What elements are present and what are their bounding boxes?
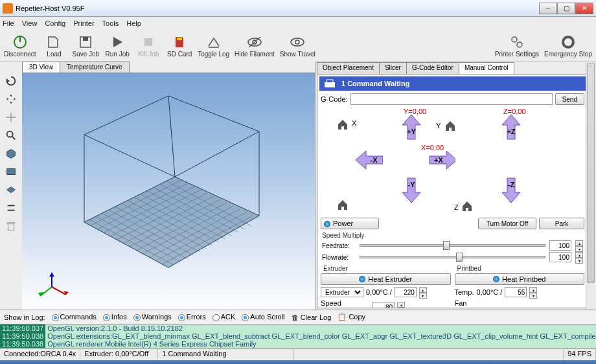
show-in-log-label: Show in Log: — [4, 313, 45, 321]
toggle-log-button[interactable]: Toggle Log — [198, 34, 229, 58]
bed-target[interactable] — [505, 287, 527, 297]
move-view-icon[interactable] — [4, 92, 18, 106]
printer-icon — [323, 78, 336, 89]
bed-target-spinner[interactable]: ▴▾ — [529, 287, 537, 297]
filter-warnings[interactable]: Warnings — [133, 313, 172, 321]
autoscroll-toggle[interactable]: Auto Scroll — [242, 313, 284, 321]
tab-manual-control[interactable]: Manual Control — [459, 62, 514, 74]
zoom-icon[interactable] — [4, 128, 18, 142]
minus-y-button[interactable]: -Y — [397, 180, 426, 199]
feedrate-slider[interactable] — [360, 241, 545, 250]
show-travel-button[interactable]: Show Travel — [280, 34, 315, 58]
svg-text:-Y: -Y — [408, 181, 416, 188]
menu-tools[interactable]: Tools — [102, 19, 119, 27]
move-object-icon[interactable] — [4, 110, 18, 124]
flowrate-slider[interactable] — [360, 253, 545, 262]
tab-slicer[interactable]: Slicer — [379, 62, 407, 74]
isometric-view-icon[interactable] — [4, 146, 18, 161]
right-scrollbar[interactable] — [586, 62, 596, 310]
menu-printer[interactable]: Printer — [73, 19, 94, 27]
bed-temp-label: Temp. — [455, 288, 474, 296]
log-filter-bar: Show in Log: Commands Infos Warnings Err… — [0, 310, 596, 324]
flowrate-spinner[interactable]: ▴▾ — [575, 252, 583, 262]
tab-object-placement[interactable]: Object Placement — [317, 62, 380, 74]
status-extruder: Extruder: 0,00°C/Off — [80, 349, 158, 360]
extruder-target[interactable] — [395, 287, 417, 297]
svg-rect-4 — [144, 38, 152, 46]
home-y-icon[interactable] — [444, 119, 457, 132]
extruder-heading: Extruder — [323, 265, 448, 272]
status-command: 1 Command Waiting — [158, 349, 294, 360]
top-view-icon[interactable] — [4, 183, 18, 197]
plus-z-button[interactable]: +Z — [497, 118, 525, 137]
main-toolbar: Disconnect Load Save Job Run Job Kill Jo… — [0, 30, 596, 62]
filter-infos[interactable]: Infos — [103, 313, 127, 321]
maximize-button[interactable]: ▢ — [557, 3, 575, 14]
close-button[interactable]: ✕ — [575, 3, 593, 14]
run-job-button[interactable]: Run Job — [104, 34, 130, 58]
sd-card-button[interactable]: SD Card — [166, 34, 192, 58]
heat-extruder-button[interactable]: Heat Extruder — [321, 273, 451, 285]
flowrate-value[interactable] — [549, 252, 571, 262]
front-view-icon[interactable] — [4, 165, 18, 179]
feedrate-label: Feedrate: — [322, 242, 356, 249]
log-output[interactable]: 11:39:50.037OpenGL version:2.1.0 - Build… — [0, 324, 596, 348]
home-x-icon[interactable] — [336, 118, 349, 131]
y-axis-label: Y — [436, 122, 441, 130]
svg-text:+Y: +Y — [407, 128, 416, 135]
feedrate-value[interactable] — [549, 240, 571, 251]
filter-errors[interactable]: Errors — [178, 313, 206, 321]
park-button[interactable]: Park — [539, 218, 584, 229]
disconnect-button[interactable]: Disconnect — [4, 34, 36, 58]
menu-bar: File View Config Printer Tools Help — [0, 17, 596, 30]
power-button[interactable]: Power — [321, 218, 379, 229]
plus-y-button[interactable]: +Y — [397, 118, 426, 137]
menu-file[interactable]: File — [3, 19, 14, 27]
minus-z-button[interactable]: -Z — [497, 180, 525, 199]
gcode-input[interactable] — [350, 93, 553, 105]
printer-settings-button[interactable]: Printer Settings — [495, 34, 539, 58]
svg-point-11 — [295, 40, 299, 44]
heat-printbed-button[interactable]: Heat Printbed — [455, 273, 585, 285]
menu-help[interactable]: Help — [126, 19, 141, 27]
reset-view-icon[interactable] — [4, 74, 18, 88]
send-button[interactable]: Send — [555, 93, 584, 105]
tab-3d-view[interactable]: 3D View — [22, 62, 60, 73]
speed-value[interactable] — [372, 302, 395, 308]
minus-x-button[interactable]: -X — [354, 150, 383, 170]
svg-point-15 — [564, 38, 572, 46]
view-toolbar — [0, 62, 22, 310]
copy-log-button[interactable]: 📋 Copy — [338, 313, 365, 321]
hide-filament-button[interactable]: Hide Filament — [235, 34, 275, 58]
menu-view[interactable]: View — [22, 19, 38, 27]
svg-line-49 — [52, 287, 66, 295]
save-job-button[interactable]: Save Job — [72, 34, 99, 58]
z-axis-label: Z — [454, 203, 459, 211]
clear-log-button[interactable]: 🗑 Clear Log — [292, 313, 332, 321]
parallel-projection-icon[interactable] — [4, 201, 18, 215]
extruder-select[interactable]: Extruder 1 — [321, 287, 363, 297]
x-axis-label: X — [352, 119, 356, 127]
extruder-target-spinner[interactable]: ▴▾ — [419, 287, 427, 297]
tab-temperature-curve[interactable]: Temperature Curve — [60, 62, 130, 73]
svg-line-17 — [12, 137, 16, 140]
home-all-icon[interactable] — [336, 198, 349, 211]
filter-commands[interactable]: Commands — [52, 313, 97, 321]
menu-config[interactable]: Config — [45, 19, 65, 27]
svg-point-12 — [512, 37, 517, 42]
home-z-icon[interactable] — [461, 199, 474, 212]
feedrate-spinner[interactable]: ▴▾ — [575, 240, 583, 251]
flowrate-label: Flowrate: — [322, 254, 356, 261]
tab-gcode-editor[interactable]: G-Code Editor — [406, 62, 459, 74]
os-taskbar — [0, 360, 596, 364]
plus-x-button[interactable]: +X — [427, 150, 455, 170]
3d-viewport[interactable] — [22, 73, 315, 310]
turn-motor-off-button[interactable]: Turn Motor Off — [478, 218, 536, 229]
speed-spinner[interactable]: ▴▾ — [397, 302, 405, 308]
load-button[interactable]: Load — [41, 34, 67, 58]
delete-icon[interactable] — [4, 219, 18, 233]
minimize-button[interactable]: ─ — [539, 3, 557, 14]
emergency-stop-button[interactable]: Emergency Stop — [544, 34, 592, 58]
filter-ack[interactable]: ACK — [212, 313, 236, 321]
svg-point-16 — [7, 131, 13, 137]
